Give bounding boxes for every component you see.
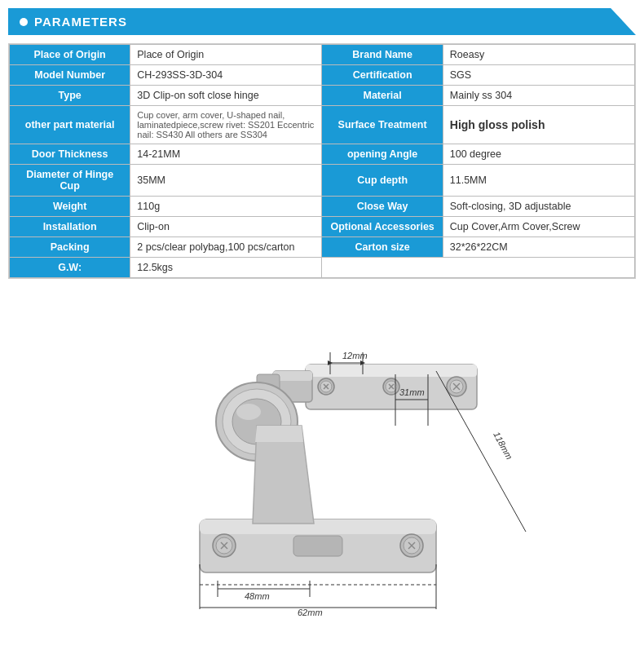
right-value-2: Mainly ss 304 [443, 86, 634, 106]
parameters-table: Place of OriginPlace of OriginBrand Name… [9, 44, 635, 278]
right-value-3: High gloss polish [443, 106, 634, 144]
header-title: PARAMETERS [34, 15, 127, 29]
right-label-2: Material [322, 86, 443, 106]
left-value-0: Place of Origin [130, 45, 322, 65]
right-value-8: 32*26*22CM [443, 237, 634, 258]
right-value-0: Roeasy [443, 45, 634, 65]
hinge-image-section: 12mm 31mm 118mm 48mm 62mm [0, 287, 644, 630]
left-label-0: Place of Origin [10, 45, 130, 65]
svg-rect-2 [306, 365, 477, 377]
left-label-3: other part material [10, 106, 130, 144]
left-label-7: Installation [10, 217, 130, 237]
hinge-diagram: 12mm 31mm 118mm 48mm 62mm [94, 307, 550, 617]
left-value-6: 110g [130, 197, 322, 217]
svg-rect-23 [200, 519, 436, 534]
left-value-2: 3D Clip-on soft close hinge [130, 86, 322, 106]
right-label-8: Carton size [322, 237, 443, 258]
dim-62mm: 62mm [298, 608, 323, 617]
parameters-section: Place of OriginPlace of OriginBrand Name… [8, 43, 636, 279]
right-value-6: Soft-closing, 3D adjustable [443, 197, 634, 217]
svg-point-21 [236, 404, 261, 420]
right-span-9 [322, 258, 635, 278]
left-value-7: Clip-on [130, 217, 322, 237]
right-value-5: 11.5MM [443, 165, 634, 197]
left-label-1: Model Number [10, 65, 130, 86]
left-label-4: Door Thickness [10, 144, 130, 165]
right-label-5: Cup depth [322, 165, 443, 197]
left-label-9: G.W: [10, 258, 130, 278]
right-label-6: Close Way [322, 197, 443, 217]
svg-rect-32 [293, 536, 342, 556]
parameters-header: PARAMETERS [8, 8, 636, 35]
left-value-8: 2 pcs/clear polybag,100 pcs/carton [130, 237, 322, 258]
left-value-4: 14-21MM [130, 144, 322, 165]
left-label-2: Type [10, 86, 130, 106]
left-value-1: CH-293SS-3D-304 [130, 65, 322, 86]
right-value-1: SGS [443, 65, 634, 86]
left-value-5: 35MM [130, 165, 322, 197]
dim-31mm: 31mm [399, 387, 425, 397]
left-value-9: 12.5kgs [130, 258, 322, 278]
right-value-7: Cup Cover,Arm Cover,Screw [443, 217, 634, 237]
dim-48mm: 48mm [245, 591, 270, 601]
dim-12mm: 12mm [342, 351, 368, 360]
left-label-6: Weight [10, 197, 130, 217]
right-label-1: Certification [322, 65, 443, 86]
right-label-4: opening Angle [322, 144, 443, 165]
left-label-5: Diameter of Hinge Cup [10, 165, 130, 197]
header-dot [20, 18, 28, 26]
right-label-0: Brand Name [322, 45, 443, 65]
right-value-4: 100 degree [443, 144, 634, 165]
left-value-3: Cup cover, arm cover, U-shaped nail, lam… [130, 106, 322, 144]
left-label-8: Packing [10, 237, 130, 258]
right-label-7: Optional Accessories [322, 217, 443, 237]
right-label-3: Surface Treatment [322, 106, 443, 144]
